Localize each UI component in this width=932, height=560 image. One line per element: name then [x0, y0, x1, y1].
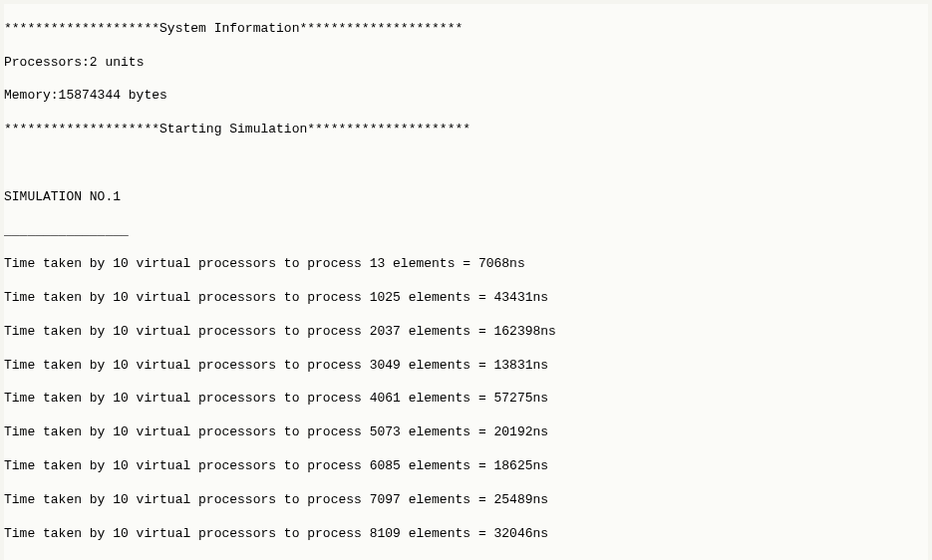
sim-line-6: Time taken by 10 virtual processors to p…	[4, 458, 928, 475]
sim-line-5: Time taken by 10 virtual processors to p…	[4, 424, 928, 441]
memory-value: 15874344 bytes	[59, 88, 167, 103]
sim-line-0: Time taken by 10 virtual processors to p…	[4, 256, 928, 273]
sim-line-4: Time taken by 10 virtual processors to p…	[4, 391, 928, 408]
terminal-output: ********************System Information**…	[4, 4, 928, 560]
simulation-underline: ________________	[4, 223, 928, 240]
sim-line-7: Time taken by 10 virtual processors to p…	[4, 492, 928, 509]
sysinfo-header: ********************System Information**…	[4, 21, 928, 38]
memory-label: Memory:	[4, 88, 59, 103]
sim-line-3: Time taken by 10 virtual processors to p…	[4, 358, 928, 375]
sim-line-1: Time taken by 10 virtual processors to p…	[4, 290, 928, 307]
start-header: ********************Starting Simulation*…	[4, 122, 928, 139]
sim-line-8: Time taken by 10 virtual processors to p…	[4, 526, 928, 543]
sim-line-2: Time taken by 10 virtual processors to p…	[4, 324, 928, 341]
processors-line: Processors:2 units	[4, 55, 928, 72]
blank-line	[4, 155, 928, 172]
processors-label: Processors:	[4, 55, 90, 70]
memory-line: Memory:15874344 bytes	[4, 88, 928, 105]
simulation-title: SIMULATION NO.1	[4, 189, 928, 206]
processors-value: 2 units	[90, 55, 145, 70]
